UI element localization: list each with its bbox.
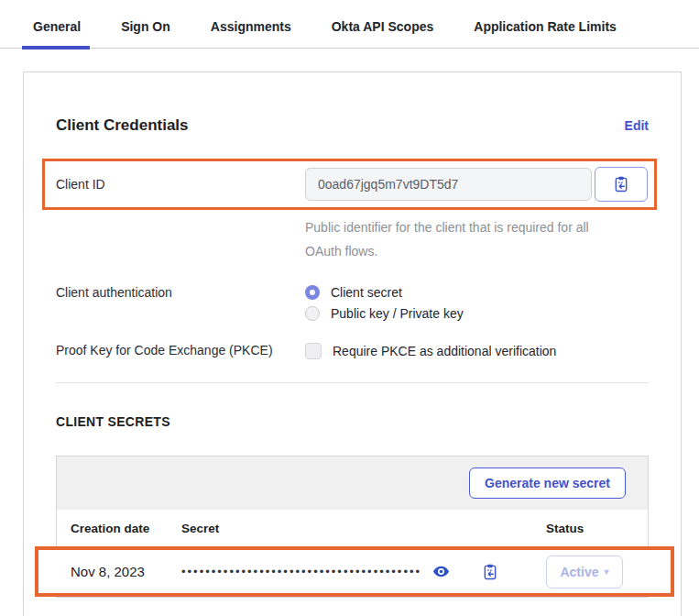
radio-label: Client secret [331, 285, 402, 300]
pkce-checkbox-option[interactable]: Require PKCE as additional verification [305, 343, 556, 359]
client-secrets-heading: CLIENT SECRETS [56, 414, 649, 429]
pkce-label: Proof Key for Code Exchange (PKCE) [56, 343, 305, 359]
column-header-secret: Secret [181, 522, 546, 535]
section-title: Client Credentials [56, 116, 189, 135]
copy-client-id-button[interactable] [595, 167, 648, 202]
radio-unselected-icon[interactable] [305, 306, 320, 321]
client-id-help-text: Public identifier for the client that is… [305, 215, 621, 263]
app-tabs: General Sign On Assignments Okta API Sco… [0, 0, 699, 49]
radio-option-public-private-key[interactable]: Public key / Private key [305, 306, 464, 321]
secrets-table-header: Creation date Secret Status [57, 510, 648, 546]
chevron-down-icon: ▾ [605, 566, 609, 577]
clipboard-icon [612, 175, 630, 193]
secret-cell: •••••••••••••••••••••••••••••••••••••••• [181, 563, 546, 581]
generate-new-secret-button[interactable]: Generate new secret [469, 468, 626, 499]
client-secrets-table-container: Generate new secret Creation date Secret… [56, 456, 649, 598]
card-bottom-spacer [56, 598, 649, 616]
tab-assignments[interactable]: Assignments [211, 19, 291, 48]
radio-option-client-secret[interactable]: Client secret [305, 285, 464, 300]
client-id-row-highlight: Client ID [42, 159, 657, 210]
section-divider [56, 382, 649, 383]
status-cell: Active ▾ [546, 556, 634, 588]
radio-label: Public key / Private key [331, 306, 464, 321]
column-header-status: Status [546, 522, 634, 535]
creation-date-cell: Nov 8, 2023 [71, 564, 181, 579]
column-header-creation-date: Creation date [71, 522, 181, 535]
status-dropdown-button[interactable]: Active ▾ [546, 556, 623, 588]
radio-selected-icon[interactable] [305, 285, 320, 300]
tab-application-rate-limits[interactable]: Application Rate Limits [474, 19, 617, 48]
pkce-row: Proof Key for Code Exchange (PKCE) Requi… [56, 343, 649, 359]
checkbox-unchecked-icon[interactable] [305, 343, 322, 359]
client-id-label: Client ID [56, 177, 305, 192]
tab-sign-on[interactable]: Sign On [121, 19, 170, 48]
masked-secret-value: •••••••••••••••••••••••••••••••••••••••• [181, 565, 421, 578]
client-authentication-row: Client authentication Client secret Publ… [56, 285, 649, 321]
eye-icon[interactable] [432, 563, 450, 580]
pkce-checkbox-label: Require PKCE as additional verification [333, 344, 556, 358]
client-credentials-header: Client Credentials Edit [56, 116, 649, 135]
client-id-input[interactable] [305, 168, 592, 201]
tab-okta-api-scopes[interactable]: Okta API Scopes [332, 19, 434, 48]
client-secrets-toolbar: Generate new secret [57, 456, 648, 510]
table-row: Nov 8, 2023 ••••••••••••••••••••••••••••… [38, 550, 671, 593]
clipboard-icon [481, 563, 499, 581]
status-label: Active [560, 565, 598, 579]
tab-general[interactable]: General [33, 19, 81, 48]
copy-secret-button[interactable] [481, 563, 499, 581]
client-authentication-options: Client secret Public key / Private key [305, 285, 464, 321]
client-authentication-label: Client authentication [56, 285, 305, 321]
general-settings-card: Client Credentials Edit Client ID Public… [23, 72, 682, 616]
client-secret-row-highlight: Nov 8, 2023 ••••••••••••••••••••••••••••… [35, 546, 674, 597]
edit-link[interactable]: Edit [625, 118, 649, 133]
